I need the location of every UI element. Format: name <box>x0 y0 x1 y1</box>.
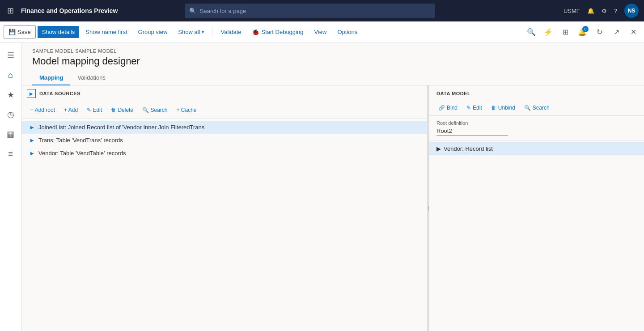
global-search-box[interactable]: 🔍 <box>185 4 435 18</box>
data-sources-section-title: DATA SOURCES <box>39 91 80 96</box>
panels-container: ▶ DATA SOURCES + Add root + Add ✎ Edit 🗑… <box>21 85 644 331</box>
user-avatar[interactable]: NS <box>624 4 639 18</box>
tree-item[interactable]: ▶ Vendor: Table 'VendTable' records <box>21 147 427 160</box>
data-sources-tree: ▶ JoinedList: Joined Record list of 'Ven… <box>21 119 427 331</box>
tree-item[interactable]: ▶ JoinedList: Joined Record list of 'Ven… <box>21 121 427 134</box>
sidebar-workspaces-icon[interactable]: ▦ <box>2 125 20 143</box>
chevron-icon: ▶ <box>30 138 36 143</box>
add-root-button[interactable]: + Add root <box>27 105 59 115</box>
bind-button[interactable]: 🔗 Bind <box>435 103 461 113</box>
root-definition-label: Root definition <box>436 120 637 126</box>
page-title: Model mapping designer <box>32 55 633 67</box>
tab-mapping[interactable]: Mapping <box>32 71 70 85</box>
model-search-button[interactable]: 🔍 Search <box>521 103 553 113</box>
delete-button[interactable]: 🗑 Delete <box>107 105 137 115</box>
separator-1 <box>212 27 212 38</box>
action-bar-right: 🔍 ⚡ ⊞ 🔔 0 ↻ ↗ ✕ <box>524 25 640 39</box>
save-button[interactable]: 💾 Save <box>4 25 36 38</box>
sidebar-home-icon[interactable]: ⌂ <box>2 66 20 84</box>
data-model-toolbar: 🔗 Bind ✎ Edit 🗑 Unbind 🔍 Search <box>429 100 644 116</box>
root-definition-value[interactable]: Root2 <box>436 127 508 136</box>
search-icon: 🔍 <box>189 8 196 14</box>
show-details-button[interactable]: Show details <box>38 26 80 38</box>
debug-icon: 🐞 <box>252 29 259 36</box>
unbind-button[interactable]: 🗑 Unbind <box>487 103 519 113</box>
data-model-tree: ▶ Vendor: Record list <box>429 140 644 331</box>
tab-bar: Mapping Validations <box>21 71 644 85</box>
save-icon: 💾 <box>8 29 16 35</box>
data-model-panel: DATA MODEL 🔗 Bind ✎ Edit 🗑 Unbind <box>429 85 644 331</box>
breadcrumb: SAMPLE MODEL SAMPLE MODEL <box>32 48 633 54</box>
notification-badge-btn[interactable]: 🔔 0 <box>575 25 589 39</box>
chevron-icon: ▶ <box>30 125 36 130</box>
sidebar-recent-icon[interactable]: ◷ <box>2 106 20 123</box>
page-header: SAMPLE MODEL SAMPLE MODEL Model mapping … <box>21 43 644 71</box>
data-sources-header: ▶ DATA SOURCES <box>21 85 427 102</box>
chevron-down-icon: ▾ <box>202 30 204 34</box>
data-sources-toolbar: + Add root + Add ✎ Edit 🗑 Delete 🔍 Searc… <box>21 102 427 119</box>
tree-item[interactable]: ▶ Trans: Table 'VendTrans' records <box>21 134 427 147</box>
edit-button[interactable]: ✎ Edit <box>83 105 106 115</box>
nav-right-section: USMF 🔔 ⚙ ? NS <box>564 4 639 18</box>
unbind-icon: 🗑 <box>491 105 496 111</box>
app-grid-icon[interactable]: ⊞ <box>5 4 16 17</box>
bind-icon: 🔗 <box>438 105 445 111</box>
main-layout: ☰ ⌂ ★ ◷ ▦ ≡ SAMPLE MODEL SAMPLE MODEL Mo… <box>0 43 644 331</box>
group-view-button[interactable]: Group view <box>134 26 172 38</box>
settings-icon[interactable]: ⚙ <box>602 8 607 14</box>
expand-icon-btn[interactable]: ⊞ <box>558 25 572 39</box>
model-edit-button[interactable]: ✎ Edit <box>463 103 486 113</box>
popout-icon-btn[interactable]: ↗ <box>609 25 623 39</box>
search-button[interactable]: 🔍 Search <box>139 105 171 115</box>
show-name-first-button[interactable]: Show name first <box>81 26 131 38</box>
edit-icon: ✎ <box>466 105 471 111</box>
connect-icon-btn[interactable]: ⚡ <box>541 25 555 39</box>
search-icon-btn[interactable]: 🔍 <box>524 25 538 39</box>
show-all-button[interactable]: Show all ▾ <box>174 26 208 38</box>
data-sources-panel: ▶ DATA SOURCES + Add root + Add ✎ Edit 🗑… <box>21 85 428 331</box>
add-button[interactable]: + Add <box>60 105 81 115</box>
chevron-icon: ▶ <box>436 145 441 152</box>
app-title: Finance and Operations Preview <box>21 7 118 14</box>
tab-validations[interactable]: Validations <box>70 71 113 85</box>
model-tree-item[interactable]: ▶ Vendor: Record list <box>429 142 644 155</box>
action-bar: 💾 Save Show details Show name first Grou… <box>0 21 644 43</box>
root-definition-section: Root definition Root2 <box>429 116 644 140</box>
sidebar-modules-icon[interactable]: ≡ <box>2 145 20 163</box>
content-area: SAMPLE MODEL SAMPLE MODEL Model mapping … <box>21 43 644 331</box>
options-button[interactable]: Options <box>333 26 362 38</box>
notification-badge-count: 0 <box>582 26 589 32</box>
model-search-icon: 🔍 <box>524 105 531 111</box>
company-label[interactable]: USMF <box>564 8 580 14</box>
refresh-icon-btn[interactable]: ↻ <box>592 25 606 39</box>
search-input[interactable] <box>200 8 431 14</box>
start-debugging-button[interactable]: 🐞 Start Debugging <box>247 26 308 38</box>
panel-expand-icon[interactable]: ▶ <box>27 89 36 98</box>
validate-button[interactable]: Validate <box>216 26 246 38</box>
notification-icon[interactable]: 🔔 <box>587 8 594 14</box>
left-sidebar: ☰ ⌂ ★ ◷ ▦ ≡ <box>0 43 21 331</box>
data-model-header: DATA MODEL <box>429 85 644 100</box>
sidebar-hamburger-icon[interactable]: ☰ <box>2 47 20 64</box>
view-button[interactable]: View <box>309 26 331 38</box>
help-icon[interactable]: ? <box>614 8 617 14</box>
chevron-icon: ▶ <box>30 151 36 156</box>
sidebar-favorites-icon[interactable]: ★ <box>2 86 20 104</box>
cache-button[interactable]: + Cache <box>173 105 200 115</box>
close-icon-btn[interactable]: ✕ <box>626 25 640 39</box>
top-nav-bar: ⊞ Finance and Operations Preview 🔍 USMF … <box>0 0 644 21</box>
